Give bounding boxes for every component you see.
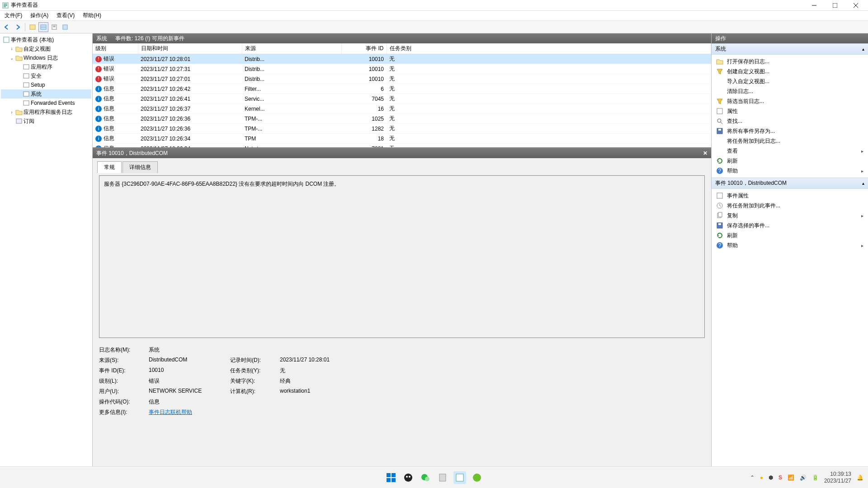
col-task[interactable]: 任务类别 (387, 43, 711, 54)
events-grid-wrap[interactable]: 级别 日期和时间 来源 事件 ID 任务类别 !错误2023/11/27 10:… (93, 43, 711, 148)
tree-setup[interactable]: Setup (1, 80, 91, 89)
event-row[interactable]: i信息2023/11/27 10:26:36TPM-...1282无 (93, 124, 711, 134)
wifi-icon[interactable]: 📶 (788, 474, 794, 481)
menu-file[interactable]: 文件(F) (3, 11, 24, 20)
show-tree-button[interactable] (28, 22, 38, 32)
battery-icon[interactable]: 🔋 (812, 474, 819, 481)
menu-help[interactable]: 帮助(H) (81, 11, 103, 20)
tree-root[interactable]: 事件查看器 (本地) (1, 35, 91, 44)
action-refresh[interactable]: 刷新 (712, 156, 868, 166)
forward-button[interactable] (13, 22, 23, 32)
system-tray[interactable]: ⌃ ● ⬢ S 📶 🔊 🔋 10:39:13 2023/11/27 🔔 (750, 471, 868, 484)
event-row[interactable]: !错误2023/11/27 10:28:01Distrib...10010无 (93, 54, 711, 64)
tree-label: 应用程序和服务日志 (24, 108, 72, 116)
navigation-tree[interactable]: 事件查看器 (本地) ›自定义视图 ⌄Windows 日志 应用程序 安全 Se… (0, 33, 93, 466)
tab-details[interactable]: 详细信息 (123, 161, 158, 173)
svg-rect-21 (16, 119, 22, 123)
event-row[interactable]: i信息2023/11/27 10:26:34Netwt...7021无 (93, 144, 711, 149)
start-button[interactable] (385, 471, 397, 484)
event-row[interactable]: !错误2023/11/27 10:27:01Distrib...10010无 (93, 74, 711, 84)
tray-icon[interactable]: S (778, 474, 782, 481)
action-create-custom-view[interactable]: 创建自定义视图... (712, 66, 868, 76)
taskbar[interactable]: ⌃ ● ⬢ S 📶 🔊 🔋 10:39:13 2023/11/27 🔔 (0, 466, 868, 488)
taskbar-app-recycle[interactable] (436, 471, 449, 484)
tray-chevron-icon[interactable]: ⌃ (750, 474, 755, 481)
event-row[interactable]: i信息2023/11/27 10:26:42Filter...6无 (93, 84, 711, 94)
action-clear-log[interactable]: 清除日志... (712, 86, 868, 96)
action-view[interactable]: 查看▸ (712, 146, 868, 156)
action-open-saved-log[interactable]: 打开保存的日志... (712, 56, 868, 66)
svg-text:?: ? (718, 242, 722, 249)
detail-header: 事件 10010，DistributedCOM ✕ (93, 148, 711, 158)
tray-icon[interactable]: ● (760, 474, 763, 481)
menu-view[interactable]: 查看(V) (55, 11, 76, 20)
properties-icon (716, 192, 723, 199)
help-button[interactable] (60, 22, 70, 32)
taskbar-app-eventviewer[interactable] (453, 471, 466, 484)
back-button[interactable] (2, 22, 12, 32)
notifications-icon[interactable]: 🔔 (857, 474, 863, 481)
tree-application[interactable]: 应用程序 (1, 62, 91, 71)
taskbar-app-qq[interactable] (402, 471, 415, 484)
event-row[interactable]: i信息2023/11/27 10:26:41Servic...7045无 (93, 94, 711, 104)
tree-label: 安全 (31, 72, 42, 80)
detail-close-button[interactable]: ✕ (703, 150, 708, 156)
prop-moreinfo-link[interactable]: 事件日志联机帮助 (149, 408, 230, 416)
col-level[interactable]: 级别 (93, 43, 138, 54)
svg-rect-34 (718, 212, 722, 217)
prop-opcode-k: 操作代码(O): (99, 398, 149, 406)
expand-icon[interactable]: › (9, 110, 14, 115)
event-row[interactable]: i信息2023/11/27 10:26:34TPM18无 (93, 134, 711, 144)
svg-rect-22 (717, 108, 722, 114)
prop-source-k: 来源(S): (99, 357, 149, 364)
actions-section-event[interactable]: 事件 10010，DistributedCOM▴ (712, 178, 868, 189)
copy-icon (716, 212, 723, 219)
action-help[interactable]: ?帮助▸ (712, 166, 868, 176)
volume-icon[interactable]: 🔊 (800, 474, 807, 481)
expand-icon[interactable]: › (9, 47, 14, 52)
tree-custom-views[interactable]: ›自定义视图 (1, 44, 91, 53)
info-icon: i (95, 136, 102, 142)
taskbar-app-browser[interactable] (471, 471, 483, 484)
event-row[interactable]: !错误2023/11/27 10:27:31Distrib...10010无 (93, 64, 711, 74)
action-save-selected[interactable]: 保存选择的事件... (712, 221, 868, 230)
action-attach-task-event[interactable]: 将任务附加到此事件... (712, 201, 868, 211)
action-attach-task-log[interactable]: 将任务附加到此日志... (712, 136, 868, 146)
action-help-2[interactable]: ?帮助▸ (712, 240, 868, 250)
tree-app-service-logs[interactable]: ›应用程序和服务日志 (1, 108, 91, 117)
action-find[interactable]: 查找... (712, 116, 868, 126)
maximize-button[interactable] (825, 0, 845, 10)
info-icon: i (95, 116, 102, 122)
tab-general[interactable]: 常规 (97, 161, 122, 173)
action-import-custom-view[interactable]: 导入自定义视图... (712, 76, 868, 86)
col-eventid[interactable]: 事件 ID (341, 43, 387, 54)
events-grid[interactable]: 级别 日期和时间 来源 事件 ID 任务类别 !错误2023/11/27 10:… (93, 43, 711, 148)
chevron-right-icon: ▸ (861, 149, 863, 154)
tree-security[interactable]: 安全 (1, 71, 91, 80)
col-datetime[interactable]: 日期和时间 (138, 43, 242, 54)
collapse-icon[interactable]: ⌄ (9, 56, 14, 61)
col-source[interactable]: 来源 (242, 43, 341, 54)
taskbar-clock[interactable]: 10:39:13 2023/11/27 (824, 471, 851, 484)
taskbar-app-wechat[interactable] (419, 471, 432, 484)
actions-section-system[interactable]: 系统▴ (712, 43, 868, 55)
close-button[interactable] (845, 0, 866, 10)
menu-action[interactable]: 操作(A) (28, 11, 50, 20)
tree-subscriptions[interactable]: 订阅 (1, 117, 91, 126)
tree-forwarded[interactable]: Forwarded Events (1, 99, 91, 108)
detail-body: 服务器 {3C296D07-90AE-4FAC-86F9-65EAA8B82D2… (93, 173, 711, 466)
action-refresh-2[interactable]: 刷新 (712, 230, 868, 240)
tray-icon[interactable]: ⬢ (769, 474, 773, 481)
action-save-all-events[interactable]: 将所有事件另存为... (712, 126, 868, 136)
action-event-properties[interactable]: 事件属性 (712, 191, 868, 201)
tree-windows-logs[interactable]: ⌄Windows 日志 (1, 53, 91, 62)
event-row[interactable]: i信息2023/11/27 10:26:36TPM-...1025无 (93, 114, 711, 124)
action-properties[interactable]: 属性 (712, 106, 868, 116)
properties-button[interactable] (49, 22, 59, 32)
action-copy[interactable]: 复制▸ (712, 211, 868, 221)
preview-pane-button[interactable] (38, 22, 48, 32)
event-row[interactable]: i信息2023/11/27 10:26:37Kernel...16无 (93, 104, 711, 114)
action-filter-log[interactable]: 筛选当前日志... (712, 96, 868, 106)
minimize-button[interactable] (804, 0, 825, 10)
tree-system[interactable]: 系统 (1, 89, 91, 99)
